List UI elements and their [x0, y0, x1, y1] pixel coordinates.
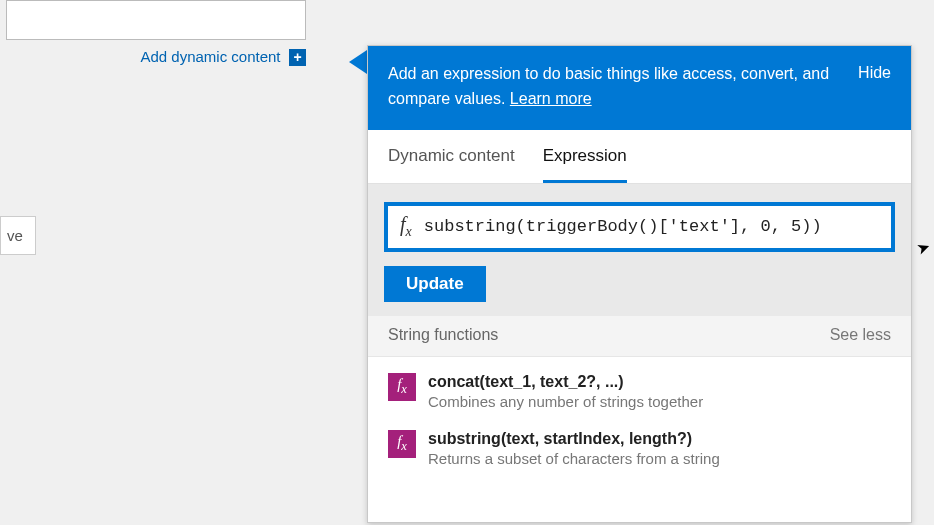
fx-badge-icon: fx: [388, 373, 416, 401]
expression-editor-area: fx Update: [368, 184, 911, 316]
function-description: Returns a subset of characters from a st…: [428, 450, 720, 467]
function-signature: concat(text_1, text_2?, ...): [428, 373, 703, 391]
flyout-header: Add an expression to do basic things lik…: [368, 46, 911, 130]
function-text: concat(text_1, text_2?, ...) Combines an…: [428, 373, 703, 410]
hide-link[interactable]: Hide: [858, 62, 891, 82]
cursor-icon: ➤: [914, 236, 933, 258]
tab-expression[interactable]: Expression: [543, 146, 627, 183]
function-item-concat[interactable]: fx concat(text_1, text_2?, ...) Combines…: [368, 363, 911, 420]
tabs-row: Dynamic content Expression: [368, 130, 911, 184]
add-dynamic-content-link[interactable]: Add dynamic content: [140, 48, 280, 65]
see-less-link[interactable]: See less: [830, 326, 891, 344]
header-intro: Add an expression to do basic things lik…: [388, 65, 829, 107]
plus-icon[interactable]: +: [289, 49, 306, 66]
tab-dynamic-content[interactable]: Dynamic content: [388, 146, 515, 183]
fx-icon: fx: [388, 213, 424, 240]
update-button[interactable]: Update: [384, 266, 486, 302]
add-dynamic-content-row: Add dynamic content +: [0, 48, 306, 66]
function-description: Combines any number of strings together: [428, 393, 703, 410]
expression-input-wrap[interactable]: fx: [384, 202, 895, 252]
fx-badge-icon: fx: [388, 430, 416, 458]
function-signature: substring(text, startIndex, length?): [428, 430, 720, 448]
function-text: substring(text, startIndex, length?) Ret…: [428, 430, 720, 467]
functions-scroll[interactable]: String functions See less fx concat(text…: [368, 316, 911, 522]
action-input-box[interactable]: [6, 0, 306, 40]
left-column: Add dynamic content +: [0, 0, 320, 84]
expression-flyout: Add an expression to do basic things lik…: [367, 45, 912, 523]
flyout-header-text: Add an expression to do basic things lik…: [388, 62, 846, 112]
section-header-string-functions: String functions See less: [368, 316, 911, 357]
callout-pointer-icon: [349, 50, 367, 74]
learn-more-link[interactable]: Learn more: [510, 90, 592, 107]
expression-input[interactable]: [424, 217, 891, 236]
function-item-substring[interactable]: fx substring(text, startIndex, length?) …: [368, 420, 911, 477]
section-title: String functions: [388, 326, 498, 344]
save-button-fragment[interactable]: ve: [0, 216, 36, 255]
function-list: fx concat(text_1, text_2?, ...) Combines…: [368, 357, 911, 487]
